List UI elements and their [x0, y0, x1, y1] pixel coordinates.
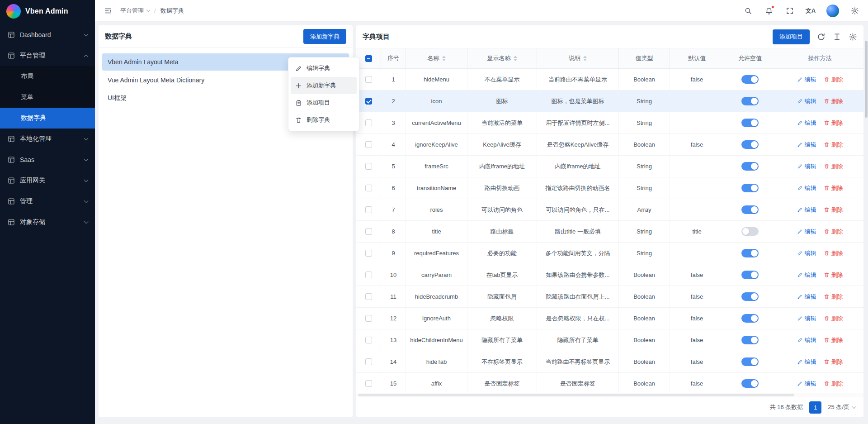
allow-empty-toggle[interactable] — [741, 205, 759, 214]
delete-link[interactable]: 删除 — [824, 76, 843, 84]
sidebar-item-gateway[interactable]: 应用网关 — [0, 170, 95, 191]
edit-link[interactable]: 编辑 — [797, 249, 816, 257]
edit-link[interactable]: 编辑 — [797, 293, 816, 301]
menu-collapse-icon[interactable] — [103, 6, 113, 16]
table-row[interactable]: 4 ignoreKeepAlive KeepAlive缓存 是否忽略KeepAl… — [356, 134, 863, 156]
edit-link[interactable]: 编辑 — [797, 380, 816, 388]
breadcrumb-root[interactable]: 平台管理 — [120, 7, 150, 15]
search-icon[interactable] — [743, 6, 753, 16]
settings-icon[interactable] — [850, 6, 860, 16]
delete-link[interactable]: 删除 — [824, 271, 843, 279]
table-row[interactable]: 12 ignoreAuth 忽略权限 是否忽略权限，只在权... Boolean… — [356, 308, 863, 329]
allow-empty-toggle[interactable] — [741, 314, 759, 323]
delete-link[interactable]: 删除 — [824, 228, 843, 236]
edit-link[interactable]: 编辑 — [797, 336, 816, 344]
delete-link[interactable]: 删除 — [824, 336, 843, 344]
edit-link[interactable]: 编辑 — [797, 141, 816, 149]
row-checkbox[interactable] — [365, 293, 372, 300]
table-row[interactable]: 6 transitionName 路由切换动画 指定该路由切换的动画名 Stri… — [356, 177, 863, 199]
context-menu-edit-dictionary[interactable]: 编辑字典 — [291, 60, 357, 77]
delete-link[interactable]: 删除 — [824, 293, 843, 301]
header-cell-display-name[interactable]: 显示名称 — [467, 48, 537, 68]
table-row[interactable]: 1 hideMenu 不在菜单显示 当前路由不再菜单显示 Boolean fal… — [356, 69, 863, 91]
table-row[interactable]: 13 hideChildrenInMenu 隐藏所有子菜单 隐藏所有子菜单 Bo… — [356, 329, 863, 351]
delete-link[interactable]: 删除 — [824, 119, 843, 127]
allow-empty-toggle[interactable] — [741, 227, 759, 236]
allow-empty-toggle[interactable] — [741, 162, 759, 171]
row-height-icon[interactable] — [833, 33, 841, 41]
table-row[interactable]: 10 carryParam 在tab页显示 如果该路由会携带参数... Bool… — [356, 264, 863, 286]
table-settings-icon[interactable] — [849, 33, 857, 41]
vertical-scrollbar[interactable] — [865, 24, 868, 422]
allow-empty-toggle[interactable] — [741, 249, 759, 257]
row-checkbox[interactable] — [365, 380, 372, 387]
allow-empty-toggle[interactable] — [741, 379, 759, 388]
delete-link[interactable]: 删除 — [824, 249, 843, 257]
allow-empty-toggle[interactable] — [741, 292, 759, 301]
row-checkbox[interactable] — [365, 206, 372, 213]
edit-link[interactable]: 编辑 — [797, 206, 816, 214]
table-row[interactable]: 7 roles 可以访问的角色 可以访问的角色，只在... Array — [356, 199, 863, 221]
delete-link[interactable]: 删除 — [824, 162, 843, 171]
row-checkbox[interactable] — [365, 119, 372, 126]
table-row[interactable]: 8 title 路由标题 路由title 一般必填 String title — [356, 221, 863, 243]
delete-link[interactable]: 删除 — [824, 314, 843, 323]
row-checkbox[interactable] — [365, 358, 372, 365]
table-row[interactable]: 2 icon 图标 图标，也是菜单图标 String — [356, 91, 863, 112]
edit-link[interactable]: 编辑 — [797, 97, 816, 105]
sidebar-item-platform[interactable]: 平台管理 — [0, 45, 95, 66]
allow-empty-toggle[interactable] — [741, 97, 759, 105]
edit-link[interactable]: 编辑 — [797, 162, 816, 171]
sidebar-item-data-dictionary[interactable]: 数据字典 — [0, 108, 95, 129]
row-checkbox[interactable] — [365, 185, 372, 191]
allow-empty-toggle[interactable] — [741, 357, 759, 366]
vertical-scrollbar-thumb[interactable] — [865, 41, 868, 118]
table-row[interactable]: 14 hideTab 不在标签页显示 当前路由不再标签页显示 Boolean f… — [356, 351, 863, 373]
context-menu-add-dictionary[interactable]: 添加新字典 — [291, 77, 357, 94]
sidebar-item-saas[interactable]: Saas — [0, 149, 95, 170]
allow-empty-toggle[interactable] — [741, 75, 759, 84]
header-cell-name[interactable]: 名称 — [406, 48, 467, 68]
edit-link[interactable]: 编辑 — [797, 184, 816, 192]
sidebar-item-menu[interactable]: 菜单 — [0, 87, 95, 108]
refresh-icon[interactable] — [817, 33, 826, 41]
delete-link[interactable]: 删除 — [824, 380, 843, 388]
row-checkbox[interactable] — [365, 98, 372, 105]
notification-icon[interactable] — [764, 6, 774, 16]
row-checkbox[interactable] — [365, 76, 372, 83]
translate-icon[interactable]: 文A — [806, 6, 816, 16]
allow-empty-toggle[interactable] — [741, 119, 759, 127]
row-checkbox[interactable] — [365, 228, 372, 235]
sidebar-item-manage[interactable]: 管理 — [0, 191, 95, 212]
row-checkbox[interactable] — [365, 141, 372, 148]
horizontal-scrollbar-thumb[interactable] — [358, 394, 794, 396]
page-1-button[interactable]: 1 — [809, 401, 821, 414]
edit-link[interactable]: 编辑 — [797, 314, 816, 323]
delete-link[interactable]: 删除 — [824, 206, 843, 214]
table-row[interactable]: 15 affix 是否固定标签 是否固定标签 Boolean false — [356, 373, 863, 393]
delete-link[interactable]: 删除 — [824, 97, 843, 105]
header-cell-description[interactable]: 说明 — [537, 48, 619, 68]
logo[interactable]: Vben Admin — [0, 0, 95, 23]
edit-link[interactable]: 编辑 — [797, 358, 816, 366]
row-checkbox[interactable] — [365, 272, 372, 278]
row-checkbox[interactable] — [365, 337, 372, 343]
context-menu-delete-dictionary[interactable]: 删除字典 — [291, 111, 357, 129]
allow-empty-toggle[interactable] — [741, 336, 759, 344]
table-row[interactable]: 5 frameSrc 内嵌iframe的地址 内嵌iframe的地址 Strin… — [356, 156, 863, 177]
delete-link[interactable]: 删除 — [824, 358, 843, 366]
page-size-select[interactable]: 25 条/页 — [828, 403, 855, 411]
delete-link[interactable]: 删除 — [824, 184, 843, 192]
edit-link[interactable]: 编辑 — [797, 228, 816, 236]
add-dictionary-button[interactable]: 添加新字典 — [303, 29, 346, 44]
table-row[interactable]: 3 currentActiveMenu 当前激活的菜单 用于配置详情页时左侧..… — [356, 112, 863, 134]
row-checkbox[interactable] — [365, 163, 372, 170]
edit-link[interactable]: 编辑 — [797, 76, 816, 84]
add-item-button[interactable]: 添加项目 — [773, 29, 810, 44]
delete-link[interactable]: 删除 — [824, 141, 843, 149]
allow-empty-toggle[interactable] — [741, 271, 759, 279]
table-row[interactable]: 11 hideBreadcrumb 隐藏面包屑 隐藏该路由在面包屑上... Bo… — [356, 286, 863, 308]
context-menu-add-item[interactable]: 添加项目 — [291, 94, 357, 111]
select-all-checkbox[interactable] — [365, 55, 372, 62]
sidebar-item-storage[interactable]: 对象存储 — [0, 212, 95, 233]
